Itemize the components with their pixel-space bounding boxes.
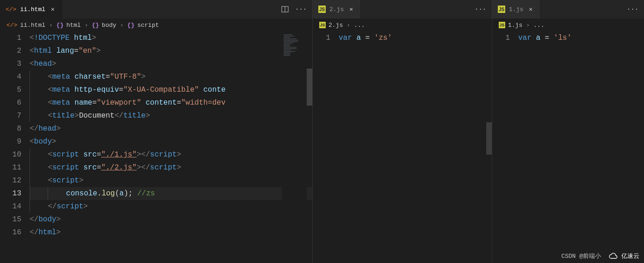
brackets-icon: {} (56, 22, 64, 29)
cloud-icon (608, 252, 619, 260)
code-line[interactable]: <meta name="viewport" content="width=dev (30, 96, 312, 109)
line-number: 5 (0, 83, 21, 96)
scrollbar-vertical[interactable] (307, 69, 312, 106)
chevron-right-icon: › (347, 22, 350, 29)
tab-bar: </> ii.html ✕ ··· (0, 0, 312, 19)
code-line[interactable]: <html lang="en"> (30, 44, 312, 57)
line-number: 10 (0, 148, 21, 161)
code-content[interactable]: <!DOCTYPE html><html lang="en"><head> <m… (30, 31, 312, 263)
code-line[interactable]: <script src="./1.js"></script> (30, 148, 312, 161)
code-line[interactable]: <meta http-equiv="X-UA-Compatible" conte (30, 83, 312, 96)
line-number: 12 (0, 174, 21, 187)
line-number: 2 (0, 44, 21, 57)
editor-area[interactable]: 12345678910111213141516 <!DOCTYPE html><… (0, 31, 312, 263)
line-number: 11 (0, 161, 21, 174)
tab-actions: ··· (276, 0, 312, 19)
code-line[interactable]: <head> (30, 57, 312, 70)
line-number-gutter: 1 (313, 31, 339, 263)
code-line[interactable]: <title>Document</title> (30, 109, 312, 122)
editor-pane-2: JS 2.js ✕ ··· JS2.js › ... 1 var a = 'zs… (313, 0, 492, 263)
breadcrumb: JS2.js › ... (313, 19, 492, 31)
line-number: 4 (0, 70, 21, 83)
breadcrumb-item[interactable]: JS1.js (499, 22, 522, 29)
editor-pane-3: JS 1.js ✕ ··· JS1.js › ... 1 var a = 'ls… (492, 0, 644, 263)
code-line[interactable]: var a = 'ls' (518, 31, 644, 44)
close-icon[interactable]: ✕ (527, 6, 534, 13)
breadcrumb: JS1.js › ... (492, 19, 644, 31)
code-content[interactable]: var a = 'zs' (339, 31, 492, 263)
html-file-icon: </> (6, 6, 16, 13)
code-line[interactable]: <body> (30, 135, 312, 148)
line-number: 7 (0, 109, 21, 122)
watermark-text: CSDN @前端小 (561, 252, 601, 260)
line-number: 13 (0, 187, 21, 200)
tab-label: ii.html (20, 6, 45, 13)
brackets-icon: {} (92, 22, 99, 29)
tab-label: 2.js (329, 6, 344, 13)
code-content[interactable]: var a = 'ls' (518, 31, 644, 263)
tab-actions: ··· (469, 0, 492, 19)
chevron-right-icon: › (85, 22, 88, 29)
breadcrumb-item[interactable]: JS2.js (319, 22, 343, 29)
chevron-right-icon: › (49, 22, 53, 29)
tab-ii-html[interactable]: </> ii.html ✕ (0, 0, 62, 19)
tab-label: 1.js (509, 6, 523, 13)
tab-actions: ··· (621, 0, 644, 19)
chevron-right-icon: › (120, 22, 124, 29)
line-number-gutter: 12345678910111213141516 (0, 31, 30, 263)
code-line[interactable]: <meta charset="UTF-8"> (30, 70, 312, 83)
tab-bar: JS 2.js ✕ ··· (313, 0, 492, 19)
more-icon[interactable]: ··· (475, 6, 486, 13)
line-number-gutter: 1 (492, 31, 518, 263)
scrollbar-vertical[interactable] (486, 122, 492, 155)
line-number: 14 (0, 200, 21, 213)
split-editor-icon[interactable] (281, 6, 289, 13)
close-icon[interactable]: ✕ (347, 6, 355, 13)
tab-2-js[interactable]: JS 2.js ✕ (313, 0, 361, 19)
logo: 亿速云 (608, 252, 639, 260)
breadcrumb-item[interactable]: {}body (92, 22, 116, 29)
line-number: 6 (0, 96, 21, 109)
code-line[interactable]: console.log(a); //zs (30, 187, 312, 200)
line-number: 1 (492, 31, 510, 44)
more-icon[interactable]: ··· (295, 6, 307, 13)
line-number: 16 (0, 226, 21, 239)
breadcrumb-item[interactable]: ... (354, 22, 365, 29)
editor-area[interactable]: 1 var a = 'zs' (313, 31, 492, 263)
code-line[interactable]: </head> (30, 122, 312, 135)
code-line[interactable]: <script> (30, 174, 312, 187)
footer: CSDN @前端小 亿速云 (561, 252, 639, 260)
code-line[interactable]: </body> (30, 213, 312, 226)
code-line[interactable]: var a = 'zs' (339, 31, 492, 44)
minimap[interactable] (282, 31, 307, 263)
line-number: 9 (0, 135, 21, 148)
js-file-icon: JS (499, 22, 505, 28)
js-file-icon: JS (318, 6, 326, 13)
editor-pane-1: </> ii.html ✕ ··· </>ii.html › {}html › … (0, 0, 313, 263)
breadcrumb: </>ii.html › {}html › {}body › {}script (0, 19, 312, 31)
breadcrumb-item[interactable]: {}script (127, 22, 159, 29)
line-number: 1 (0, 31, 21, 44)
code-line[interactable]: </script> (30, 200, 312, 213)
brackets-icon: {} (127, 22, 135, 29)
js-file-icon: JS (319, 22, 326, 28)
js-file-icon: JS (498, 6, 505, 13)
breadcrumb-item[interactable]: </>ii.html (6, 22, 45, 29)
line-number: 1 (313, 31, 330, 44)
tab-1-js[interactable]: JS 1.js ✕ (492, 0, 540, 19)
html-file-icon: </> (6, 22, 17, 29)
line-number: 15 (0, 213, 21, 226)
code-line[interactable]: </html> (30, 226, 312, 239)
code-line[interactable]: <script src="./2.js"></script> (30, 161, 312, 174)
chevron-right-icon: › (526, 22, 530, 29)
editor-area[interactable]: 1 var a = 'ls' (492, 31, 644, 263)
line-number: 3 (0, 57, 21, 70)
breadcrumb-item[interactable]: {}html (56, 22, 81, 29)
breadcrumb-item[interactable]: ... (533, 22, 544, 29)
more-icon[interactable]: ··· (627, 6, 638, 13)
line-number: 8 (0, 122, 21, 135)
tab-bar: JS 1.js ✕ ··· (492, 0, 644, 19)
code-line[interactable]: <!DOCTYPE html> (30, 31, 312, 44)
close-icon[interactable]: ✕ (49, 6, 56, 13)
